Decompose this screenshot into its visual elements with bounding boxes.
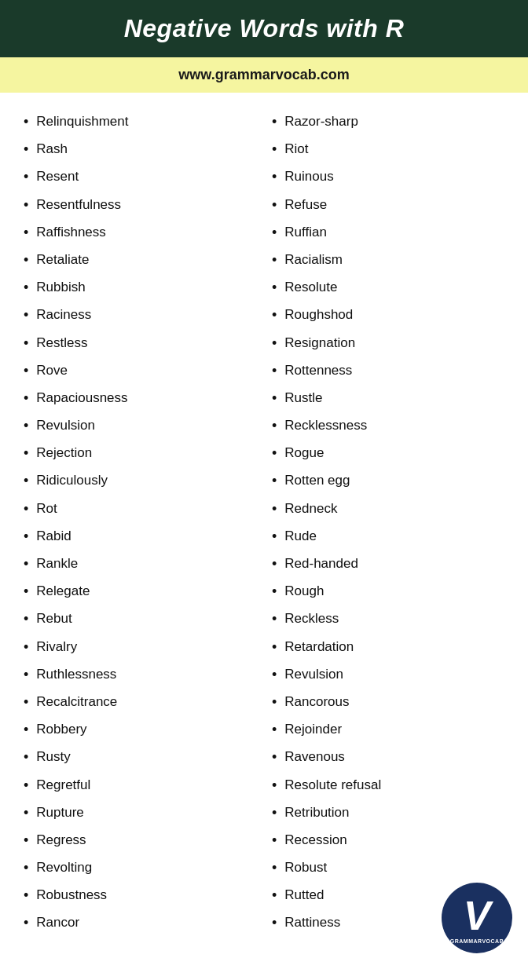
list-item: Rove (16, 357, 264, 385)
list-item: Rivalry (16, 634, 264, 661)
list-item: Rubbish (16, 274, 264, 302)
list-item: Resignation (264, 330, 512, 357)
list-item: Refuse (264, 192, 512, 219)
header: Negative Words with R www.grammarvocab.c… (0, 0, 528, 93)
list-item: Rude (264, 523, 512, 550)
list-item: Resolute (264, 274, 512, 302)
list-item: Redneck (264, 495, 512, 523)
list-item: Retardation (264, 634, 512, 661)
list-item: Ruinous (264, 163, 512, 191)
list-item: Red-handed (264, 550, 512, 578)
page-title: Negative Words with R (16, 14, 512, 43)
list-item: Roughshod (264, 302, 512, 329)
list-item: Ruffian (264, 219, 512, 247)
list-item: Relegate (16, 578, 264, 605)
list-item: Rash (16, 136, 264, 163)
list-item: Rejoinder (264, 716, 512, 744)
list-item: Regretful (16, 772, 264, 799)
list-item: Regress (16, 827, 264, 854)
list-item: Rabid (16, 523, 264, 550)
list-item: Razor-sharp (264, 108, 512, 136)
logo-letter: V (464, 895, 491, 936)
list-item: Rebut (16, 605, 264, 633)
list-item: Rusty (16, 744, 264, 771)
right-column: Razor-sharpRiotRuinousRefuseRuffianRacia… (264, 108, 512, 938)
list-item: Riot (264, 136, 512, 163)
list-item: Rustle (264, 385, 512, 412)
list-item: Robbery (16, 716, 264, 744)
list-item: Revulsion (16, 412, 264, 440)
list-item: Rot (16, 495, 264, 523)
list-item: Resentfulness (16, 192, 264, 219)
list-item: Racialism (264, 247, 512, 274)
list-item: Revolting (16, 854, 264, 882)
list-item: Reckless (264, 605, 512, 633)
logo-brand: GRAMMARVOCAB (450, 938, 504, 944)
list-item: Resolute refusal (264, 772, 512, 799)
list-item: Rogue (264, 440, 512, 467)
list-item: Recession (264, 827, 512, 854)
left-column: RelinquishmentRashResentResentfulnessRaf… (16, 108, 264, 938)
list-item: Retaliate (16, 247, 264, 274)
word-list-container: RelinquishmentRashResentResentfulnessRaf… (0, 101, 528, 953)
list-item: Restless (16, 330, 264, 357)
list-item: Recalcitrance (16, 689, 264, 716)
list-item: Ravenous (264, 744, 512, 771)
list-item: Rejection (16, 440, 264, 467)
list-item: Rough (264, 578, 512, 605)
website-url: www.grammarvocab.com (178, 67, 349, 82)
list-item: Recklessness (264, 412, 512, 440)
list-item: Rupture (16, 799, 264, 827)
list-item: Rancorous (264, 689, 512, 716)
list-item: Rapaciousness (16, 385, 264, 412)
list-item: Revulsion (264, 661, 512, 689)
list-item: Robustness (16, 882, 264, 909)
list-item: Rankle (16, 550, 264, 578)
list-item: Raffishness (16, 219, 264, 247)
bottom-row: V GRAMMARVOCAB (0, 953, 528, 961)
list-item: Relinquishment (16, 108, 264, 136)
list-item: Rancor (16, 909, 264, 937)
list-item: Retribution (264, 799, 512, 827)
logo-area: V GRAMMARVOCAB (442, 883, 512, 953)
list-item: Ruthlessness (16, 661, 264, 689)
list-item: Rottenness (264, 357, 512, 385)
list-item: Robust (264, 854, 512, 882)
logo: V GRAMMARVOCAB (442, 883, 512, 953)
list-item: Resent (16, 163, 264, 191)
list-item: Raciness (16, 302, 264, 329)
list-item: Rotten egg (264, 467, 512, 495)
list-item: Ridiculously (16, 467, 264, 495)
